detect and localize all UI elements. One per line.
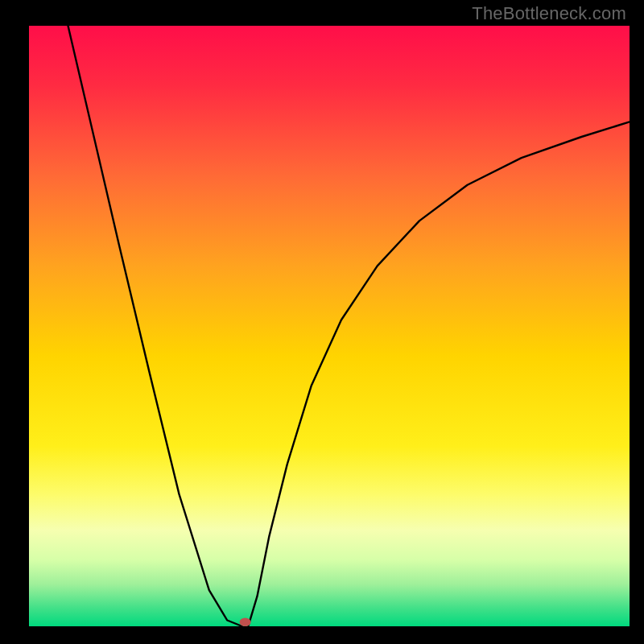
watermark-text: TheBottleneck.com: [472, 3, 626, 24]
chart-svg: [0, 0, 644, 644]
chart-frame: TheBottleneck.com: [0, 0, 644, 644]
minimum-marker: [240, 618, 251, 627]
plot-area: [29, 26, 630, 626]
